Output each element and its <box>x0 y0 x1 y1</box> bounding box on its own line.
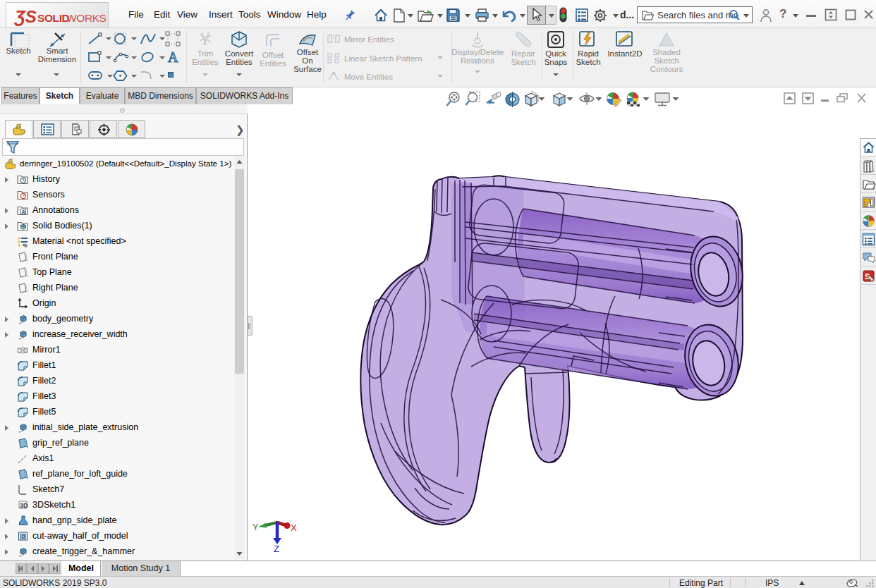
svg-text:X: X <box>291 522 297 533</box>
svg-text:Y: Y <box>253 522 259 532</box>
svg-text:A: A <box>168 49 178 65</box>
svg-text:WORKS: WORKS <box>66 12 107 24</box>
svg-text:Z: Z <box>274 544 279 554</box>
svg-text:SOLID: SOLID <box>37 12 70 24</box>
svg-text:ƷS: ƷS <box>13 7 37 26</box>
